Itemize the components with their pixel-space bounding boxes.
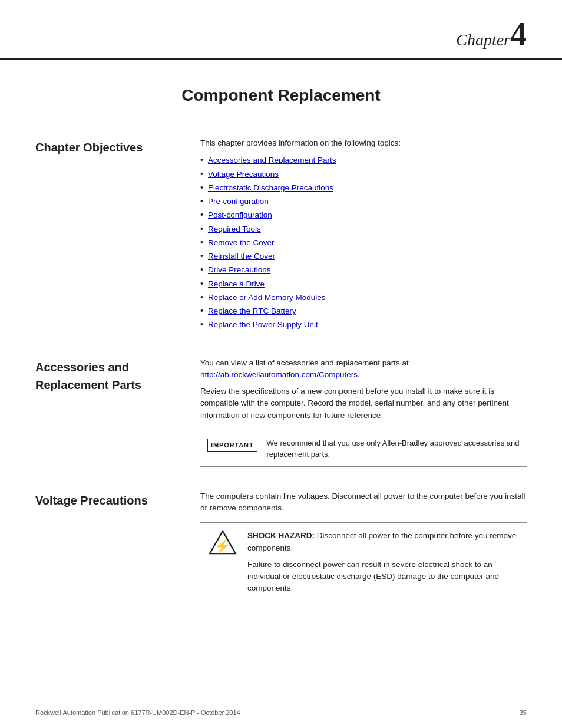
link-reinstall-cover[interactable]: Reinstall the Cover (208, 251, 275, 262)
section-heading-chapter-objectives: Chapter Objectives (35, 137, 200, 156)
hazard-bold: SHOCK HAZARD: (247, 531, 315, 540)
section-accessories: Accessories and Replacement Parts You ca… (35, 357, 527, 467)
important-box: IMPORTANT We recommend that you use only… (200, 431, 527, 467)
list-item: Post-configuration (200, 209, 527, 221)
chapter-header: Chapter4 (0, 0, 562, 60)
accessories-body1: You can view a list of accessories and r… (200, 357, 527, 381)
hazard-box: ⚡ SHOCK HAZARD: Disconnect all power to … (200, 522, 527, 607)
page: Chapter4 Component Replacement Chapter O… (0, 0, 562, 728)
accessories-body2: Review the specifications of a new compo… (200, 386, 527, 421)
list-item: Required Tools (200, 223, 527, 235)
chapter-objectives-intro: This chapter provides information on the… (200, 137, 527, 149)
footer-left: Rockwell Automation Publication 6177R-UM… (35, 708, 240, 718)
link-preconfig[interactable]: Pre-configuration (208, 196, 269, 207)
important-text: We recommend that you use only Allen-Bra… (267, 437, 520, 460)
list-item: Replace a Drive (200, 278, 527, 290)
footer: Rockwell Automation Publication 6177R-UM… (0, 708, 562, 718)
list-item: Drive Precautions (200, 263, 527, 276)
list-item: Replace the RTC Battery (200, 305, 527, 317)
hazard-text-content: SHOCK HAZARD: Disconnect all power to th… (247, 530, 520, 599)
chapter-number: 4 (510, 16, 527, 52)
content-area: Chapter Objectives This chapter provides… (0, 137, 562, 607)
section-chapter-objectives: Chapter Objectives This chapter provides… (35, 137, 527, 334)
link-rtc-battery[interactable]: Replace the RTC Battery (208, 305, 296, 317)
toc-list: Accessories and Replacement Parts Voltag… (200, 154, 527, 331)
hazard-icon: ⚡ (207, 530, 238, 555)
link-voltage[interactable]: Voltage Precautions (208, 169, 279, 180)
list-item: Voltage Precautions (200, 168, 527, 180)
link-postconfig[interactable]: Post-configuration (208, 209, 272, 221)
link-drive-precautions[interactable]: Drive Precautions (208, 264, 271, 276)
link-esd[interactable]: Electrostatic Discharge Precautions (208, 182, 333, 194)
list-item: Remove the Cover (200, 236, 527, 249)
important-label: IMPORTANT (207, 439, 257, 452)
list-item: Replace the Power Supply Unit (200, 318, 527, 331)
link-required-tools[interactable]: Required Tools (208, 223, 261, 235)
hazard-line2: Failure to disconnect power can result i… (247, 559, 520, 595)
list-item: Replace or Add Memory Modules (200, 291, 527, 304)
link-power-supply[interactable]: Replace the Power Supply Unit (208, 319, 318, 331)
link-memory-modules[interactable]: Replace or Add Memory Modules (208, 292, 326, 304)
accessories-link[interactable]: http://ab.rockwellautomation.com/Compute… (200, 370, 358, 379)
list-item: Pre-configuration (200, 195, 527, 207)
svg-text:⚡: ⚡ (215, 538, 232, 554)
link-accessories[interactable]: Accessories and Replacement Parts (208, 154, 336, 166)
section-body-chapter-objectives: This chapter provides information on the… (200, 137, 527, 334)
list-item: Electrostatic Discharge Precautions (200, 182, 527, 194)
chapter-label: Chapter (456, 31, 510, 49)
footer-right: 35 (520, 708, 527, 718)
link-remove-cover[interactable]: Remove the Cover (208, 237, 275, 249)
page-title: Component Replacement (35, 83, 527, 108)
section-body-accessories: You can view a list of accessories and r… (200, 357, 527, 467)
section-heading-voltage: Voltage Precautions (35, 490, 200, 509)
hazard-line1: SHOCK HAZARD: Disconnect all power to th… (247, 530, 520, 554)
section-body-voltage: The computers contain line voltages. Dis… (200, 490, 527, 607)
list-item: Accessories and Replacement Parts (200, 154, 527, 166)
list-item: Reinstall the Cover (200, 250, 527, 262)
section-voltage: Voltage Precautions The computers contai… (35, 490, 527, 607)
voltage-body1: The computers contain line voltages. Dis… (200, 490, 527, 515)
section-heading-accessories: Accessories and Replacement Parts (35, 357, 200, 394)
link-replace-drive[interactable]: Replace a Drive (208, 278, 265, 290)
lightning-bolt-icon: ⚡ (209, 530, 237, 555)
